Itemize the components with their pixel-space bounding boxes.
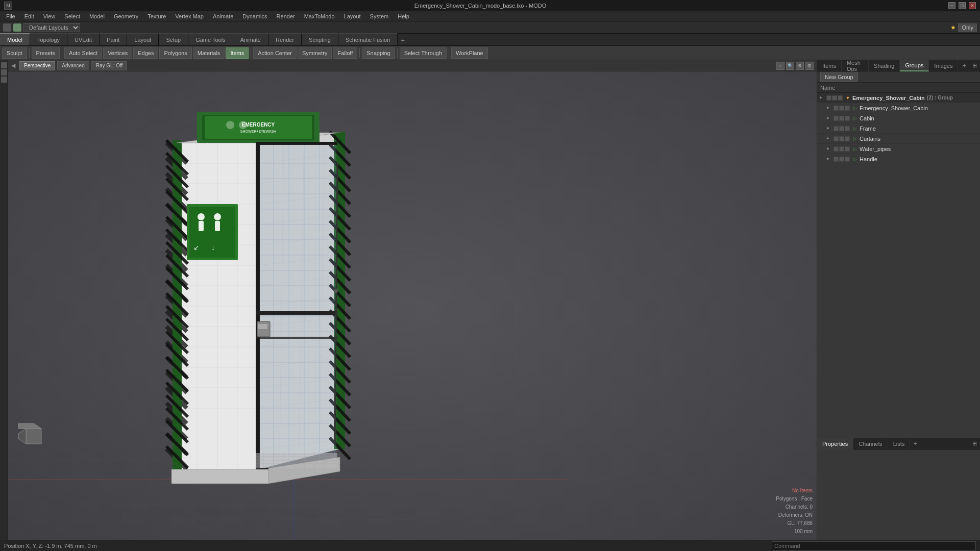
viewport-canvas[interactable]: EMERGENCY SHOWER+EYEWASH [8,71,817,540]
sidebar-icon-3[interactable] [1,77,7,83]
close-button[interactable]: ✕ [969,2,976,9]
menu-item-file[interactable]: File [2,12,19,20]
toolbar-btn-auto_select[interactable]: Auto Select [64,47,102,59]
menu-item-help[interactable]: Help [394,12,413,20]
toolbar-btn-polygons[interactable]: Polygons [159,47,191,59]
item-visibility-box-0[interactable] [834,116,839,121]
viewport-settings-icon[interactable]: ⚙ [796,62,804,70]
item-visibility-box-0[interactable] [834,157,839,162]
layout-dropdown[interactable]: Default Layouts [23,23,80,32]
command-input[interactable] [772,541,976,550]
visibility-icon[interactable]: ● [826,115,832,121]
menu-item-dynamics[interactable]: Dynamics [238,12,271,20]
item-visibility-box-1[interactable] [839,157,844,162]
item-visibility-box-1[interactable] [832,95,837,101]
viewport-expand-icon[interactable]: ⊞ [805,62,814,70]
item-visibility-box-1[interactable] [839,116,844,121]
list-item-curtains[interactable]: ●▷Curtains [817,134,980,144]
item-visibility-box-1[interactable] [839,136,844,141]
item-visibility-box-0[interactable] [826,95,831,101]
list-item-water_pipes[interactable]: ●▷Water_pipes [817,144,980,154]
list-item-cabin[interactable]: ●▷Cabin [817,113,980,123]
mode-tab-schematic-fusion[interactable]: Schematic Fusion [338,33,398,45]
visibility-icon[interactable]: ● [826,105,832,111]
menu-item-edit[interactable]: Edit [20,12,38,20]
sidebar-icon-top[interactable] [1,62,7,68]
mode-tab-topology[interactable]: Topology [30,33,67,45]
visibility-icon[interactable]: ● [819,95,825,101]
item-visibility-box-0[interactable] [834,106,839,111]
viewport-nav-left[interactable]: ◀ [11,62,15,69]
visibility-icon[interactable]: ● [826,156,832,162]
item-visibility-box-0[interactable] [834,146,839,152]
add-prop-tab-button[interactable]: + [910,439,920,448]
viewport-home-icon[interactable]: ⌂ [776,62,785,70]
toolbar-btn-materials[interactable]: Materials [193,47,225,59]
toolbar-btn-select_through[interactable]: Select Through [400,47,447,59]
item-visibility-box-2[interactable] [845,157,850,162]
toolbar-btn-vertices[interactable]: Vertices [103,47,132,59]
right-tab-items[interactable]: Items [817,60,842,71]
visibility-icon[interactable]: ● [826,136,832,142]
menu-item-system[interactable]: System [366,12,393,20]
right-tab-images[interactable]: Images [929,60,958,71]
list-item-shower_cabin[interactable]: ●▷Emergency_Shower_Cabin [817,103,980,113]
layout-icon-2[interactable] [13,23,21,32]
only-button[interactable]: Only [958,23,977,32]
mode-tab-paint[interactable]: Paint [100,33,127,45]
list-item-handle[interactable]: ●▷Handle [817,154,980,164]
sidebar-icon-2[interactable] [1,69,7,76]
toolbar-btn-falloff[interactable]: Falloff [333,47,357,59]
mode-tab-animate[interactable]: Animate [233,33,268,45]
item-visibility-box-2[interactable] [838,95,843,101]
menu-item-animate[interactable]: Animate [209,12,237,20]
raygl-button[interactable]: Ray GL: Off [91,61,128,70]
panel-expand-button[interactable]: ⊞ [969,61,980,70]
menu-item-vertex map[interactable]: Vertex Map [171,12,208,20]
menu-item-model[interactable]: Model [85,12,109,20]
add-tab-button[interactable]: + [398,35,408,45]
toolbar-btn-workplane[interactable]: WorkPlane [451,47,488,59]
visibility-icon[interactable]: ● [826,126,832,132]
viewport-zoom-icon[interactable]: 🔍 [786,62,794,70]
item-visibility-box-2[interactable] [845,146,850,152]
maximize-button[interactable]: □ [959,2,966,9]
mode-tab-render[interactable]: Render [268,33,302,45]
mode-tab-game-tools[interactable]: Game Tools [188,33,233,45]
toolbar-btn-sculpt[interactable]: Sculpt [2,47,27,59]
mode-tab-model[interactable]: Model [0,33,30,45]
menu-item-texture[interactable]: Texture [143,12,170,20]
right-tab-groups[interactable]: Groups [900,60,929,71]
add-right-tab-button[interactable]: + [959,61,969,70]
item-visibility-box-2[interactable] [845,106,850,111]
mode-tab-layout[interactable]: Layout [127,33,159,45]
menu-item-layout[interactable]: Layout [340,12,365,20]
toolbar-btn-edges[interactable]: Edges [133,47,158,59]
toolbar-btn-snapping[interactable]: Snapping [362,47,395,59]
item-visibility-box-0[interactable] [834,126,839,131]
minimize-button[interactable]: ─ [948,2,955,9]
menu-item-maxtomodo[interactable]: MaxToModo [300,12,339,20]
new-group-button[interactable]: New Group [820,72,858,82]
toolbar-btn-action_center[interactable]: Action Center [253,47,297,59]
menu-item-view[interactable]: View [39,12,60,20]
prop-expand-button[interactable]: ⊞ [969,439,980,448]
perspective-button[interactable]: Perspective [19,61,55,70]
menu-item-render[interactable]: Render [273,12,299,20]
item-visibility-box-1[interactable] [839,126,844,131]
right-tab-mesh-ops[interactable]: Mesh Ops [842,60,869,71]
item-visibility-box-2[interactable] [845,136,850,141]
item-visibility-box-2[interactable] [845,116,850,121]
toolbar-btn-symmetry[interactable]: Symmetry [298,47,332,59]
prop-tab-properties[interactable]: Properties [817,438,853,449]
prop-tab-channels[interactable]: Channels [853,438,888,449]
item-visibility-box-2[interactable] [845,126,850,131]
right-tab-shading[interactable]: Shading [869,60,900,71]
list-item-group_root[interactable]: ●▼Emergency_Shower_Cabin (2) : Group [817,93,980,103]
layout-icon-1[interactable] [3,23,11,32]
list-item-frame[interactable]: ●▷Frame [817,123,980,134]
item-visibility-box-1[interactable] [839,106,844,111]
menu-item-geometry[interactable]: Geometry [110,12,142,20]
menu-item-select[interactable]: Select [60,12,84,20]
toolbar-btn-items[interactable]: Items [226,47,249,59]
